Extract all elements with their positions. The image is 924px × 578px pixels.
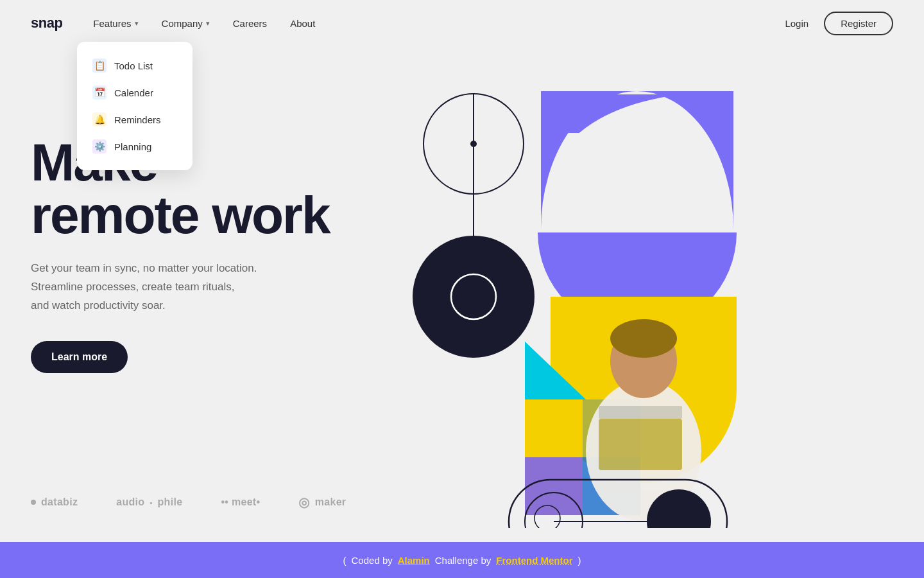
- planning-icon: ⚙️: [92, 139, 107, 153]
- login-button[interactable]: Login: [785, 18, 809, 29]
- logo-meet: •• meet•: [221, 496, 260, 508]
- footer-close-paren: ): [578, 555, 581, 566]
- svg-rect-22: [599, 406, 682, 419]
- svg-point-8: [413, 236, 535, 358]
- calendar-icon: 📅: [92, 85, 107, 100]
- nav-careers[interactable]: Careers: [233, 18, 267, 29]
- dropdown-item-todo[interactable]: 📋 Todo List: [77, 52, 193, 79]
- dropdown-item-calendar[interactable]: 📅 Calender: [77, 79, 193, 106]
- chevron-down-icon: ▾: [206, 19, 210, 28]
- dropdown-item-reminders[interactable]: 🔔 Reminders: [77, 106, 193, 133]
- footer-open-paren: (: [343, 555, 346, 566]
- reminder-icon: 🔔: [92, 112, 107, 127]
- chevron-down-icon: ▾: [135, 19, 139, 28]
- svg-rect-13: [525, 399, 583, 457]
- nav-about[interactable]: About: [290, 18, 315, 29]
- learn-more-button[interactable]: Learn more: [31, 341, 128, 373]
- svg-rect-21: [599, 419, 682, 470]
- footer-alamin[interactable]: Alamin: [398, 555, 430, 566]
- features-dropdown: 📋 Todo List 📅 Calender 🔔 Reminders ⚙️ Pl…: [77, 42, 193, 170]
- databiz-dot: [31, 500, 36, 505]
- hero-illustration-container: [416, 85, 749, 457]
- nav-features[interactable]: Features ▾: [93, 18, 138, 29]
- brand-logo: snap: [31, 15, 62, 31]
- register-button[interactable]: Register: [824, 12, 893, 35]
- dropdown-item-planning[interactable]: ⚙️ Planning: [77, 133, 193, 160]
- logo-audiophile: audio • phile: [116, 496, 182, 508]
- svg-rect-14: [525, 457, 583, 515]
- footer-coded-by: Coded by: [352, 555, 393, 566]
- maker-icon: ◎: [298, 496, 309, 509]
- hero-illustration-svg: [409, 91, 737, 528]
- navbar: snap Features ▾ Company ▾ Careers About …: [0, 0, 924, 46]
- nav-links: Features ▾ Company ▾ Careers About: [93, 18, 785, 29]
- svg-point-20: [610, 319, 677, 358]
- hero-description: Get your team in sync, no matter your lo…: [31, 259, 326, 315]
- nav-auth: Login Register: [785, 12, 893, 35]
- footer-challenge-by: Challenge by: [435, 555, 492, 566]
- footer-frontend-mentor[interactable]: Frontend Mentor: [496, 555, 572, 566]
- logo-databiz: databiz: [31, 496, 78, 508]
- todo-icon: 📋: [92, 58, 107, 73]
- logo-maker: ◎ maker: [298, 496, 346, 509]
- footer-bar: ( Coded by Alamin Challenge by Frontend …: [0, 542, 924, 578]
- nav-company[interactable]: Company ▾: [162, 18, 210, 29]
